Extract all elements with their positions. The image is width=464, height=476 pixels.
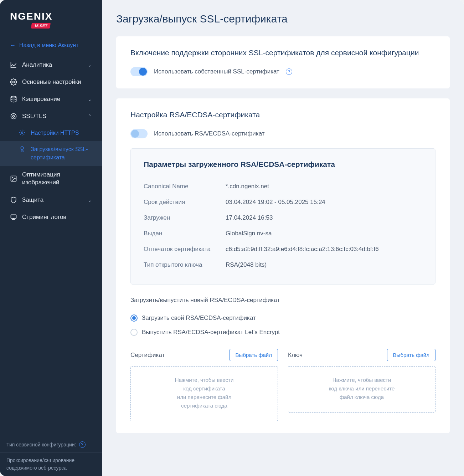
- radio-issue-letsencrypt[interactable]: Выпустить RSA/ECDSA-сертификат Let's Enc…: [130, 325, 435, 339]
- param-label: Отпечаток сертификата: [144, 246, 226, 253]
- back-to-account-link[interactable]: ← Назад в меню Аккаунт: [0, 37, 102, 56]
- param-label: Canonical Name: [144, 183, 226, 190]
- sidebar-item-image-optimization[interactable]: Оптимизация изображений: [0, 166, 102, 191]
- cert-params-box: Параметры загруженного RSA/ECDSA-сертифи…: [130, 148, 435, 285]
- param-label: Срок действия: [144, 199, 226, 206]
- sidebar-item-security[interactable]: Защита ⌄: [0, 191, 102, 209]
- key-dropzone[interactable]: Нажмите, чтобы ввести код ключа или пере…: [288, 366, 435, 413]
- svg-point-1: [11, 96, 16, 98]
- sidebar-item-label: Кэширование: [22, 96, 60, 103]
- sidebar-item-label: SSL/TLS: [22, 113, 46, 120]
- sidebar-item-label: Защита: [22, 196, 43, 204]
- param-row: Срок действия 03.04.2024 19:02 - 05.05.2…: [144, 194, 422, 210]
- svg-point-3: [13, 116, 15, 117]
- card-rsa-ecdsa: Настройка RSA/ECDSA-сертификата Использо…: [116, 98, 450, 433]
- svg-point-4: [21, 132, 23, 134]
- toggle-rsa-ecdsa-label: Использовать RSA/ECDSA-сертификат: [154, 130, 265, 137]
- sidebar-item-ssl-tls[interactable]: SSL/TLS ⌃: [0, 108, 102, 125]
- svg-rect-8: [11, 215, 16, 219]
- chart-line-icon: [10, 61, 17, 68]
- sidebar-item-caching[interactable]: Кэширование ⌄: [0, 91, 102, 108]
- radio-label: Выпустить RSA/ECDSA-сертификат Let's Enc…: [142, 329, 280, 336]
- radio-icon: [130, 314, 138, 322]
- brand-name: NGENIX: [10, 11, 52, 22]
- radio-icon: [130, 329, 138, 336]
- cert-params-title: Параметры загруженного RSA/ECDSA-сертифи…: [144, 160, 422, 169]
- arrow-left-icon: ←: [10, 42, 16, 48]
- stream-icon: [10, 214, 17, 221]
- sidebar-item-label: Оптимизация изображений: [22, 171, 92, 186]
- sidebar-item-settings[interactable]: Основные настройки: [0, 73, 102, 91]
- certificate-dropzone[interactable]: Нажмите, чтобы ввести код сертификата ил…: [130, 366, 278, 421]
- svg-point-7: [12, 177, 13, 178]
- param-value: 17.04.2024 16:53: [226, 214, 273, 221]
- help-icon[interactable]: ?: [79, 441, 86, 448]
- param-label: Выдан: [144, 230, 226, 237]
- svg-point-0: [13, 81, 15, 83]
- card-title: Включение поддержки сторонних SSL-сертиф…: [130, 48, 435, 57]
- radio-label: Загрузить свой RSA/ECDSA-сертификат: [142, 314, 256, 322]
- param-value: 03.04.2024 19:02 - 05.05.2025 15:24: [226, 199, 325, 206]
- chevron-down-icon: ⌄: [88, 197, 92, 203]
- certificate-icon: [19, 145, 26, 153]
- svg-point-5: [21, 147, 24, 150]
- chevron-down-icon: ⌄: [88, 62, 92, 68]
- sidebar-item-label: Основные настройки: [22, 78, 81, 86]
- help-icon[interactable]: ?: [286, 68, 292, 75]
- param-row: Canonical Name *.cdn.ngenix.net: [144, 179, 422, 194]
- param-value: *.cdn.ngenix.net: [226, 183, 269, 190]
- sidebar-subitem-label: Загрузка/выпуск SSL-сертификата: [31, 145, 92, 162]
- param-value: RSA(2048 bits): [226, 261, 267, 268]
- toggle-custom-ssl[interactable]: [130, 67, 148, 76]
- gear-icon: [19, 129, 26, 136]
- sidebar-subitem-ssl-upload[interactable]: Загрузка/выпуск SSL-сертификата: [0, 141, 102, 166]
- param-row: Выдан GlobalSign nv-sa: [144, 226, 422, 241]
- toggle-custom-ssl-label: Использовать собственный SSL-сертификат: [154, 68, 279, 75]
- sidebar-subitem-https-settings[interactable]: Настройки HTTPS: [0, 125, 102, 141]
- image-icon: [10, 175, 17, 182]
- upload-grid: Сертификат Выбрать файл Нажмите, чтобы в…: [130, 349, 435, 421]
- param-row: Тип открытого ключа RSA(2048 bits): [144, 257, 422, 273]
- radio-upload-own-cert[interactable]: Загрузить свой RSA/ECDSA-сертификат: [130, 311, 435, 325]
- choose-cert-file-button[interactable]: Выбрать файл: [230, 349, 278, 361]
- certificate-title: Сертификат: [130, 352, 165, 359]
- choose-key-file-button[interactable]: Выбрать файл: [387, 349, 435, 361]
- toggle-rsa-ecdsa[interactable]: [130, 129, 148, 138]
- param-label: Загружен: [144, 214, 226, 221]
- brand-logo: NGENIX 15 ЛЕТ: [0, 0, 102, 37]
- sidebar-footer: Тип сервисной конфигурации: ? Проксирова…: [0, 437, 102, 476]
- sliders-icon: [10, 78, 17, 86]
- param-label: Тип открытого ключа: [144, 261, 226, 268]
- toggle-rsa-ecdsa-row: Использовать RSA/ECDSA-сертификат: [130, 129, 435, 138]
- chevron-down-icon: ⌄: [88, 96, 92, 102]
- param-row: Загружен 17.04.2024 16:53: [144, 210, 422, 226]
- param-value: c6:d5:a2:9d:ff:32:a9:e6:d4:f8:fc:ac:a2:1…: [226, 246, 379, 253]
- param-row: Отпечаток сертификата c6:d5:a2:9d:ff:32:…: [144, 241, 422, 257]
- database-icon: [10, 96, 17, 103]
- page-title: Загрузка/выпуск SSL-сертификата: [116, 13, 450, 25]
- config-type-value: Проксирование/кэширование содержимого ве…: [0, 452, 102, 476]
- card-enable-custom-ssl: Включение поддержки сторонних SSL-сертиф…: [116, 36, 450, 88]
- key-title: Ключ: [288, 352, 303, 359]
- card-title: Настройка RSA/ECDSA-сертификата: [130, 111, 435, 119]
- key-column: Ключ Выбрать файл Нажмите, чтобы ввести …: [288, 349, 435, 421]
- sidebar-item-label: Стриминг логов: [22, 214, 66, 221]
- shield-icon: [10, 196, 17, 204]
- sidebar-item-label: Аналитика: [22, 61, 52, 68]
- certificate-column: Сертификат Выбрать файл Нажмите, чтобы в…: [130, 349, 278, 421]
- sidebar-item-log-streaming[interactable]: Стриминг логов: [0, 209, 102, 226]
- sidebar-nav: Аналитика ⌄ Основные настройки Кэширован…: [0, 56, 102, 437]
- sidebar-subitem-label: Настройки HTTPS: [31, 129, 79, 137]
- sidebar-item-analytics[interactable]: Аналитика ⌄: [0, 56, 102, 73]
- lock-icon: [10, 113, 17, 120]
- svg-point-2: [11, 114, 16, 119]
- main-content: Загрузка/выпуск SSL-сертификата Включени…: [102, 0, 464, 476]
- chevron-up-icon: ⌃: [88, 113, 92, 119]
- config-type-label-row: Тип сервисной конфигурации: ?: [0, 437, 102, 452]
- upload-section-label: Загрузить/выпустить новый RSA/ECDSA-серт…: [130, 297, 435, 304]
- back-link-label: Назад в меню Аккаунт: [19, 42, 78, 48]
- brand-badge: 15 ЛЕТ: [31, 23, 51, 29]
- config-type-label: Тип сервисной конфигурации:: [6, 442, 76, 447]
- param-value: GlobalSign nv-sa: [226, 230, 272, 237]
- toggle-custom-ssl-row: Использовать собственный SSL-сертификат …: [130, 67, 435, 76]
